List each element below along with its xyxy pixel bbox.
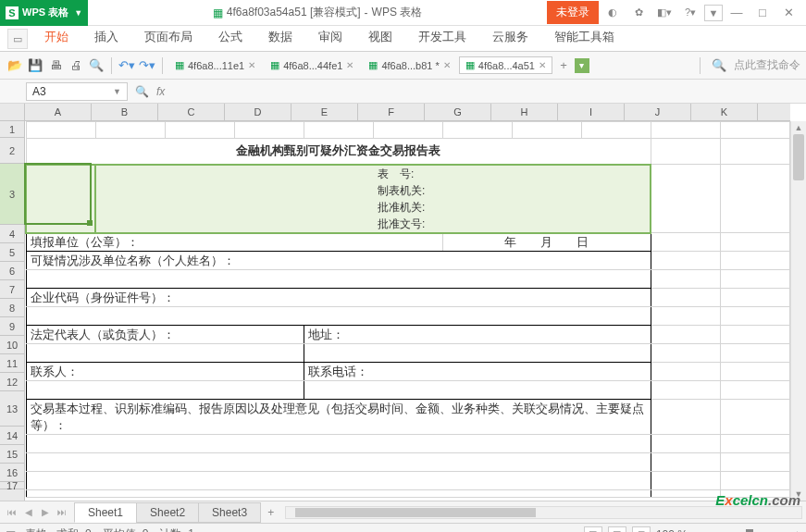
sheet-last-icon[interactable]: ⏭ [56, 507, 68, 517]
menu-home-icon[interactable]: ▭ [7, 29, 28, 49]
r16[interactable] [26, 472, 651, 490]
r15[interactable] [26, 453, 651, 472]
skin-icon[interactable]: ◧▾ [652, 2, 676, 24]
print-icon-2[interactable]: 🖨 [67, 56, 85, 75]
r13[interactable]: 交易基本过程、识别标准编码、报告原因以及处理意见（包括交易时间、金额、业务种类、… [26, 400, 651, 435]
r12-a[interactable] [26, 381, 304, 400]
row-13[interactable]: 13 [0, 391, 24, 427]
sheet-nav[interactable]: ⏮ ◀ ▶ ⏭ [0, 507, 74, 517]
status-mode-icon[interactable]: ◫ [6, 528, 16, 533]
sheet-first-icon[interactable]: ⏮ [6, 507, 19, 517]
row-12[interactable]: 12 [0, 373, 24, 391]
r12-d[interactable] [304, 381, 651, 400]
col-F[interactable]: F [358, 104, 425, 120]
zoom-knob[interactable] [746, 529, 753, 533]
close-button[interactable]: ✕ [776, 2, 800, 24]
menu-dev[interactable]: 开发工具 [405, 24, 479, 51]
doc-tab-3-close[interactable]: ✕ [443, 60, 451, 70]
zoom-in-button[interactable]: + [794, 528, 800, 533]
row-6[interactable]: 6 [0, 262, 24, 280]
row-2[interactable]: 2 [0, 138, 24, 164]
row-1[interactable]: 1 [0, 121, 24, 138]
row-4[interactable]: 4 [0, 225, 24, 243]
col-K[interactable]: K [691, 104, 758, 120]
row-17[interactable]: 17 [0, 482, 24, 489]
print-icon-1[interactable]: 🖶 [46, 56, 65, 75]
login-button[interactable]: 未登录 [547, 1, 599, 24]
r17[interactable] [26, 490, 651, 498]
fx-label[interactable]: fx [156, 85, 165, 98]
row-8[interactable]: 8 [0, 299, 24, 317]
row-headers[interactable]: 1 2 3 4 5 6 7 8 9 10 11 12 13 14 15 16 1… [0, 121, 25, 501]
vertical-scrollbar[interactable]: ▲ ▼ [790, 121, 806, 501]
row-11[interactable]: 11 [0, 354, 24, 373]
vscroll-thumb[interactable] [793, 134, 804, 180]
row-15[interactable]: 15 [0, 445, 24, 464]
r4-unit[interactable]: 填报单位（公章）： [26, 233, 442, 252]
menu-smart[interactable]: 智能工具箱 [541, 24, 627, 51]
r7[interactable]: 企业代码（身份证件号）： [26, 289, 651, 307]
spreadsheet-grid[interactable]: A B C D E F G H I J K 1 2 3 4 5 6 7 8 9 … [0, 104, 806, 501]
sync-icon[interactable]: ◐ [601, 2, 625, 24]
meta-box[interactable]: 表 号: 制表机关: 批准机关: 批准文号: [95, 165, 651, 233]
doc-tab-4-close[interactable]: ✕ [539, 60, 546, 70]
col-H[interactable]: H [491, 104, 558, 120]
doc-tab-1-close[interactable]: ✕ [248, 60, 255, 70]
menu-data[interactable]: 数据 [255, 24, 305, 51]
menu-formula[interactable]: 公式 [205, 24, 255, 51]
col-A[interactable]: A [25, 104, 92, 120]
hscroll-thumb[interactable] [295, 508, 536, 517]
r4-date[interactable]: 年 月 日 [442, 233, 651, 252]
col-B[interactable]: B [92, 104, 158, 120]
sheet-tab-3[interactable]: Sheet3 [198, 502, 261, 523]
name-box[interactable]: A3 ▼ [26, 82, 128, 101]
col-J[interactable]: J [625, 104, 691, 120]
menu-pagelayout[interactable]: 页面布局 [131, 24, 205, 51]
menu-cloud[interactable]: 云服务 [479, 24, 541, 51]
cells-area[interactable]: 金融机构甄别可疑外汇资金交易报告表 表 号: 制表机关: 批准机关: 批准文号:… [25, 121, 790, 501]
maximize-button[interactable]: □ [750, 2, 775, 24]
fx-search-icon[interactable]: 🔍 [135, 85, 149, 98]
open-icon[interactable]: 📂 [6, 56, 24, 75]
sheet-prev-icon[interactable]: ◀ [22, 507, 35, 517]
r14[interactable] [26, 435, 651, 453]
sheet-tab-1[interactable]: Sheet1 [74, 502, 137, 523]
row-10[interactable]: 10 [0, 336, 24, 354]
col-D[interactable]: D [225, 104, 291, 120]
menu-review[interactable]: 审阅 [305, 24, 355, 51]
r9-a[interactable]: 法定代表人（或负责人）： [26, 326, 304, 344]
app-badge[interactable]: S WPS 表格 ▼ [0, 0, 88, 26]
column-headers[interactable]: A B C D E F G H I J K [25, 104, 790, 121]
row-14[interactable]: 14 [0, 427, 24, 445]
save-icon[interactable]: 💾 [26, 56, 44, 75]
r8[interactable] [26, 307, 651, 326]
menu-insert[interactable]: 插入 [81, 24, 131, 51]
col-E[interactable]: E [291, 104, 358, 120]
help-icon[interactable]: ?▾ [678, 2, 702, 24]
r11-d[interactable]: 联系电话： [304, 363, 651, 381]
sheet-tab-2[interactable]: Sheet2 [136, 502, 199, 523]
doc-tab-4[interactable]: ▦4f6a8...4a51✕ [459, 56, 552, 74]
select-all-corner[interactable] [0, 104, 25, 121]
view-page-button[interactable]: ▥ [608, 526, 626, 533]
view-normal-button[interactable]: ▦ [584, 526, 602, 533]
doc-tab-1[interactable]: ▦4f6a8...11e1✕ [168, 56, 262, 74]
cell-A3[interactable] [26, 165, 95, 233]
col-C[interactable]: C [158, 104, 225, 120]
r11-a[interactable]: 联系人： [26, 363, 304, 381]
zoom-value[interactable]: 100 % [656, 528, 688, 533]
doc-tab-3[interactable]: ▦4f6a8...b81 *✕ [362, 56, 456, 74]
ribbon-toggle-icon[interactable]: ▼ [704, 5, 723, 21]
preview-icon[interactable]: 🔍 [87, 56, 105, 75]
sheet-add-button[interactable]: + [260, 506, 281, 519]
r10-d[interactable] [304, 344, 651, 363]
settings-icon[interactable]: ✿ [626, 2, 651, 24]
doc-tab-2-close[interactable]: ✕ [346, 60, 353, 70]
row-9[interactable]: 9 [0, 317, 24, 336]
menu-start[interactable]: 开始 [31, 24, 81, 51]
sheet-next-icon[interactable]: ▶ [39, 507, 52, 517]
col-G[interactable]: G [425, 104, 491, 120]
r5[interactable]: 可疑情况涉及单位名称（个人姓名）： [26, 252, 651, 270]
tab-list-icon[interactable]: ▾ [575, 58, 589, 73]
col-I[interactable]: I [558, 104, 625, 120]
